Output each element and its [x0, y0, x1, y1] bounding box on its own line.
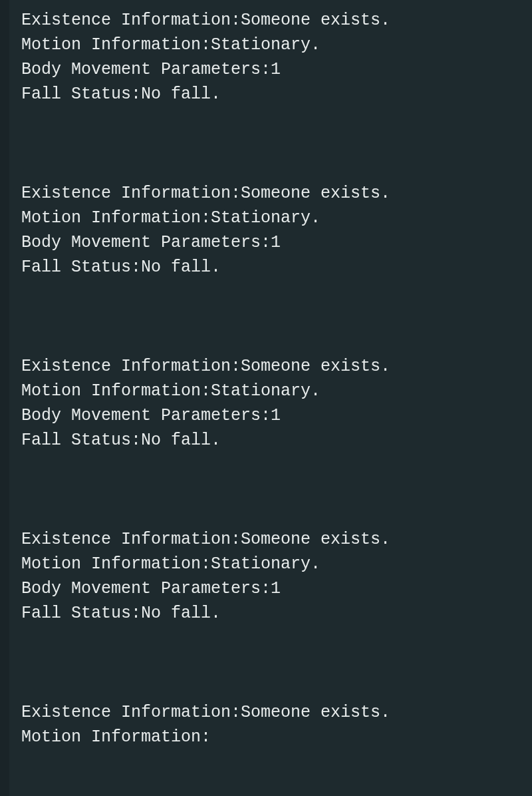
motion-label: Motion Information: [21, 554, 211, 574]
motion-label: Motion Information: [21, 35, 211, 55]
output-block: Existence Information:Someone exists. Mo… [21, 527, 532, 626]
output-block: Existence Information:Someone exists. Mo… [21, 8, 532, 106]
output-block: Existence Information:Someone exists. Mo… [21, 181, 532, 280]
motion-label: Motion Information: [21, 208, 211, 228]
existence-value: Someone exists. [241, 184, 390, 203]
existence-value: Someone exists. [241, 703, 390, 722]
motion-value: Stationary. [211, 381, 321, 401]
output-line: Existence Information:Someone exists. [21, 8, 532, 33]
body-value: 1 [271, 233, 281, 252]
body-value: 1 [271, 60, 281, 79]
output-line: Fall Status:No fall. [21, 601, 532, 626]
output-line: Fall Status:No fall. [21, 255, 532, 280]
output-block: Existence Information:Someone exists. Mo… [21, 700, 532, 749]
output-line: Body Movement Parameters:1 [21, 230, 532, 255]
motion-label: Motion Information: [21, 381, 211, 401]
output-line: Fall Status:No fall. [21, 82, 532, 106]
output-line: Existence Information:Someone exists. [21, 181, 532, 206]
output-line: Existence Information:Someone exists. [21, 354, 532, 379]
output-line: Existence Information:Someone exists. [21, 700, 532, 725]
output-line: Motion Information:Stationary. [21, 552, 532, 576]
existence-value: Someone exists. [241, 357, 390, 376]
fall-label: Fall Status: [21, 85, 141, 104]
fall-value: No fall. [141, 85, 221, 104]
fall-value: No fall. [141, 604, 221, 623]
output-block: Existence Information:Someone exists. Mo… [21, 354, 532, 453]
body-label: Body Movement Parameters: [21, 579, 271, 598]
existence-value: Someone exists. [241, 530, 390, 549]
existence-label: Existence Information: [21, 530, 241, 549]
fall-value: No fall. [141, 258, 221, 277]
fall-value: No fall. [141, 431, 221, 450]
output-line: Fall Status:No fall. [21, 428, 532, 453]
output-line: Body Movement Parameters:1 [21, 57, 532, 82]
fall-label: Fall Status: [21, 258, 141, 277]
fall-label: Fall Status: [21, 604, 141, 623]
body-label: Body Movement Parameters: [21, 60, 271, 79]
motion-label: Motion Information: [21, 727, 211, 747]
body-value: 1 [271, 579, 281, 598]
existence-value: Someone exists. [241, 11, 390, 30]
terminal-output[interactable]: Existence Information:Someone exists. Mo… [0, 0, 532, 796]
output-line: Motion Information:Stationary. [21, 379, 532, 403]
output-line: Body Movement Parameters:1 [21, 403, 532, 428]
existence-label: Existence Information: [21, 703, 241, 722]
output-line: Motion Information: [21, 725, 532, 749]
body-label: Body Movement Parameters: [21, 233, 271, 252]
body-value: 1 [271, 406, 281, 425]
fall-label: Fall Status: [21, 431, 141, 450]
motion-value: Stationary. [211, 35, 321, 55]
existence-label: Existence Information: [21, 357, 241, 376]
body-label: Body Movement Parameters: [21, 406, 271, 425]
output-line: Existence Information:Someone exists. [21, 527, 532, 552]
existence-label: Existence Information: [21, 11, 241, 30]
motion-value: Stationary. [211, 554, 321, 574]
existence-label: Existence Information: [21, 184, 241, 203]
output-line: Motion Information:Stationary. [21, 33, 532, 57]
motion-value: Stationary. [211, 208, 321, 228]
output-line: Body Movement Parameters:1 [21, 576, 532, 601]
output-line: Motion Information:Stationary. [21, 206, 532, 230]
